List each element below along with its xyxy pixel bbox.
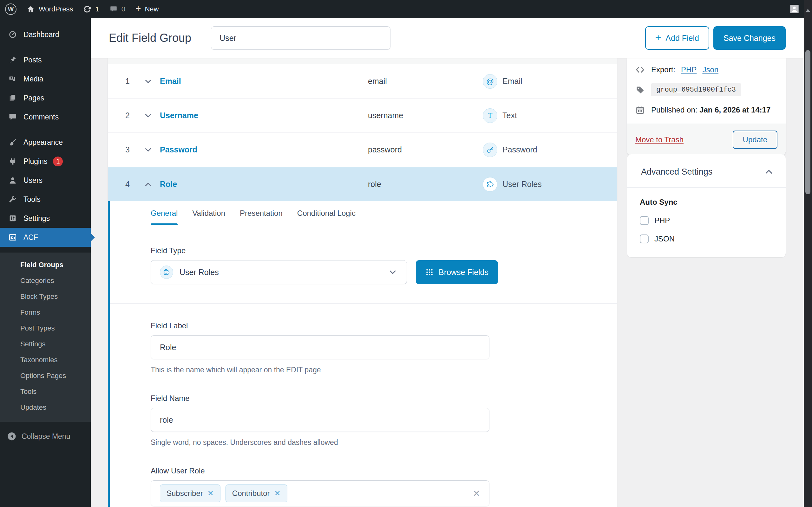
plus-icon: + [655, 33, 661, 43]
howdy-text[interactable]: Howdy, administrator [739, 6, 786, 12]
new-content-menu[interactable]: + New [131, 0, 164, 18]
submenu-forms[interactable]: Forms [0, 304, 91, 320]
field-settings-tabs: General Validation Presentation Conditio… [110, 201, 617, 225]
field-row-password[interactable]: 3 Password password Password [108, 133, 617, 167]
wordpress-logo[interactable]: W [0, 0, 21, 18]
submenu-taxonomies[interactable]: Taxonomies [0, 352, 91, 368]
field-type: Password [483, 143, 537, 157]
key-type-icon [483, 143, 497, 157]
submenu-options-pages[interactable]: Options Pages [0, 368, 91, 384]
grid-icon [425, 268, 434, 276]
chevron-down-icon[interactable] [143, 111, 154, 120]
chevron-down-icon[interactable] [143, 145, 154, 155]
sidebar-item-acf[interactable]: ACF [0, 228, 91, 247]
auto-sync-label: Auto Sync [640, 198, 774, 207]
submenu-categories[interactable]: Categories [0, 273, 91, 289]
tab-validation[interactable]: Validation [192, 201, 225, 225]
tab-general[interactable]: General [151, 201, 177, 225]
scrollbar-thumb[interactable] [805, 50, 810, 194]
comment-bubble-icon [109, 5, 118, 13]
field-type-select[interactable]: User Roles [151, 260, 407, 284]
text-type-icon: T [483, 108, 497, 123]
comments-icon [8, 112, 18, 121]
save-changes-button[interactable]: Save Changes [713, 26, 786, 50]
php-checkbox[interactable] [640, 216, 649, 225]
field-label-input[interactable] [151, 335, 490, 359]
tag-icon [635, 85, 646, 95]
page-scrollbar[interactable] [804, 0, 812, 507]
submenu-tools[interactable]: Tools [0, 384, 91, 400]
sidebar-item-media[interactable]: Media [0, 69, 91, 89]
sidebar-item-dashboard[interactable]: Dashboard [0, 25, 91, 44]
site-name-menu[interactable]: WordPress [21, 0, 78, 18]
group-key-badge: group_695d1900f1fc3 [651, 83, 741, 96]
chevron-up-icon[interactable] [763, 166, 774, 177]
sidebar-item-posts[interactable]: Posts [0, 50, 91, 69]
export-json-link[interactable]: Json [702, 65, 718, 74]
field-name-label: Field Name [151, 394, 598, 403]
clear-all-icon[interactable]: ✕ [473, 488, 480, 499]
comments-menu[interactable]: 0 [104, 0, 131, 18]
sidebar-item-pages[interactable]: Pages [0, 89, 91, 107]
field-name-input[interactable] [151, 408, 490, 432]
export-php-link[interactable]: PHP [681, 65, 697, 74]
user-icon [8, 176, 18, 185]
role-tag-contributor[interactable]: Contributor ✕ [225, 485, 287, 502]
field-name: email [368, 77, 387, 86]
sidebar-item-users[interactable]: Users [0, 171, 91, 190]
field-label-link[interactable]: Email [160, 77, 181, 86]
acf-form-icon [8, 233, 18, 242]
updates-menu[interactable]: 1 [78, 0, 104, 18]
published-date: Jan 6, 2026 at 14:17 [699, 106, 770, 114]
sidebar-item-plugins[interactable]: Plugins 1 [0, 152, 91, 171]
plus-icon: + [136, 4, 141, 13]
tab-presentation[interactable]: Presentation [240, 201, 283, 225]
submenu-field-groups[interactable]: Field Groups [0, 257, 91, 273]
tab-conditional-logic[interactable]: Conditional Logic [297, 201, 356, 225]
collapse-arrow-icon [7, 432, 16, 441]
field-label-link[interactable]: Username [160, 111, 198, 120]
plugins-update-badge: 1 [53, 157, 63, 166]
submenu-post-types[interactable]: Post Types [0, 320, 91, 336]
remove-tag-icon[interactable]: ✕ [274, 489, 281, 498]
field-type-value: User Roles [180, 268, 219, 277]
advanced-settings-header[interactable]: Advanced Settings [627, 154, 786, 187]
update-button[interactable]: Update [733, 130, 777, 149]
remove-tag-icon[interactable]: ✕ [207, 489, 214, 498]
group-title-input[interactable] [211, 26, 391, 50]
field-row-role[interactable]: 4 Role role User Roles [108, 167, 617, 201]
updates-icon [83, 5, 91, 13]
chevron-up-icon[interactable] [143, 180, 154, 189]
sidebar-item-comments[interactable]: Comments [0, 107, 91, 126]
field-order: 4 [122, 180, 133, 189]
field-order: 2 [122, 111, 133, 120]
add-field-button[interactable]: + Add Field [645, 26, 709, 50]
field-row-username[interactable]: 2 Username username T Text [108, 99, 617, 133]
section-divider [110, 303, 617, 303]
field-name-help: Single word, no spaces. Underscores and … [151, 438, 598, 447]
advanced-settings-title: Advanced Settings [641, 167, 712, 177]
submenu-updates[interactable]: Updates [0, 400, 91, 415]
json-checkbox[interactable] [640, 234, 649, 243]
field-label-link[interactable]: Role [160, 180, 177, 189]
brush-icon [8, 138, 18, 147]
submenu-block-types[interactable]: Block Types [0, 289, 91, 304]
avatar[interactable] [790, 5, 799, 13]
field-label-label: Field Label [151, 321, 598, 330]
field-label-link[interactable]: Password [160, 145, 197, 154]
role-tag-subscriber[interactable]: Subscriber ✕ [160, 485, 220, 502]
allow-user-role-select[interactable]: Subscriber ✕ Contributor ✕ ✕ [151, 481, 490, 506]
field-type: User Roles [483, 177, 542, 192]
sidebar-item-settings[interactable]: Settings [0, 209, 91, 228]
sidebar-item-appearance[interactable]: Appearance [0, 133, 91, 152]
field-row-email[interactable]: 1 Email email @ Email [108, 64, 617, 99]
published-text: Published on: Jan 6, 2026 at 14:17 [651, 106, 770, 114]
scrollbar-up-arrow[interactable] [805, 9, 810, 12]
browse-fields-button[interactable]: Browse Fields [416, 260, 498, 284]
submenu-settings[interactable]: Settings [0, 336, 91, 352]
collapse-menu-button[interactable]: Collapse Menu [0, 427, 91, 446]
puzzle-type-icon [483, 177, 497, 192]
sidebar-item-tools[interactable]: Tools [0, 190, 91, 209]
chevron-down-icon[interactable] [143, 77, 154, 86]
move-to-trash-link[interactable]: Move to Trash [635, 135, 683, 144]
